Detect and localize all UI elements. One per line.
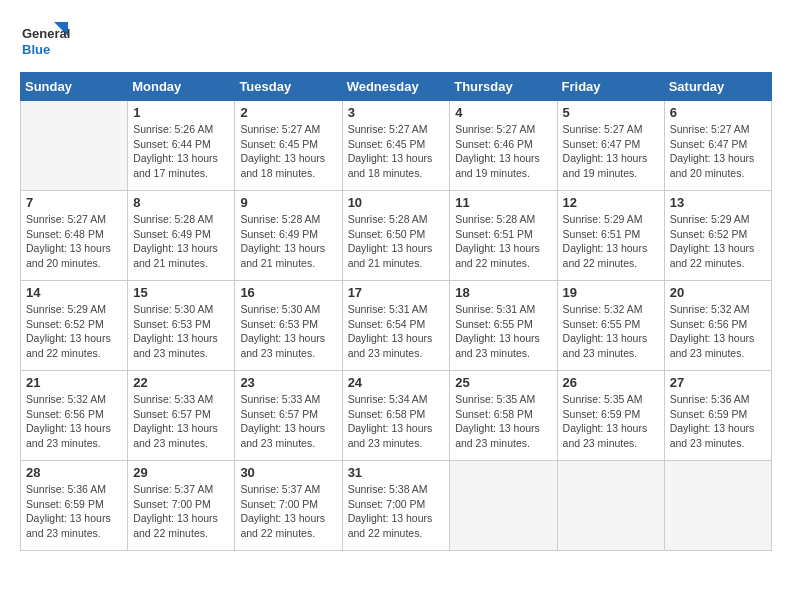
day-number: 28 xyxy=(26,465,122,480)
day-number: 6 xyxy=(670,105,766,120)
day-info: Sunrise: 5:27 AMSunset: 6:46 PMDaylight:… xyxy=(455,122,551,181)
day-number: 7 xyxy=(26,195,122,210)
day-number: 25 xyxy=(455,375,551,390)
day-number: 2 xyxy=(240,105,336,120)
calendar-cell: 30Sunrise: 5:37 AMSunset: 7:00 PMDayligh… xyxy=(235,461,342,551)
day-info: Sunrise: 5:37 AMSunset: 7:00 PMDaylight:… xyxy=(133,482,229,541)
day-info: Sunrise: 5:32 AMSunset: 6:56 PMDaylight:… xyxy=(670,302,766,361)
calendar-table: SundayMondayTuesdayWednesdayThursdayFrid… xyxy=(20,72,772,551)
day-number: 14 xyxy=(26,285,122,300)
day-number: 22 xyxy=(133,375,229,390)
day-number: 3 xyxy=(348,105,445,120)
calendar-cell: 14Sunrise: 5:29 AMSunset: 6:52 PMDayligh… xyxy=(21,281,128,371)
calendar-cell: 19Sunrise: 5:32 AMSunset: 6:55 PMDayligh… xyxy=(557,281,664,371)
day-number: 12 xyxy=(563,195,659,210)
day-info: Sunrise: 5:30 AMSunset: 6:53 PMDaylight:… xyxy=(133,302,229,361)
day-info: Sunrise: 5:32 AMSunset: 6:56 PMDaylight:… xyxy=(26,392,122,451)
day-info: Sunrise: 5:27 AMSunset: 6:45 PMDaylight:… xyxy=(348,122,445,181)
calendar-cell: 27Sunrise: 5:36 AMSunset: 6:59 PMDayligh… xyxy=(664,371,771,461)
week-row-1: 7Sunrise: 5:27 AMSunset: 6:48 PMDaylight… xyxy=(21,191,772,281)
calendar-cell: 12Sunrise: 5:29 AMSunset: 6:51 PMDayligh… xyxy=(557,191,664,281)
day-header-tuesday: Tuesday xyxy=(235,73,342,101)
day-number: 19 xyxy=(563,285,659,300)
calendar-cell xyxy=(557,461,664,551)
day-info: Sunrise: 5:38 AMSunset: 7:00 PMDaylight:… xyxy=(348,482,445,541)
calendar-cell xyxy=(450,461,557,551)
day-number: 27 xyxy=(670,375,766,390)
calendar-cell: 23Sunrise: 5:33 AMSunset: 6:57 PMDayligh… xyxy=(235,371,342,461)
calendar-cell: 25Sunrise: 5:35 AMSunset: 6:58 PMDayligh… xyxy=(450,371,557,461)
calendar-cell: 9Sunrise: 5:28 AMSunset: 6:49 PMDaylight… xyxy=(235,191,342,281)
day-info: Sunrise: 5:35 AMSunset: 6:58 PMDaylight:… xyxy=(455,392,551,451)
day-info: Sunrise: 5:31 AMSunset: 6:54 PMDaylight:… xyxy=(348,302,445,361)
day-number: 18 xyxy=(455,285,551,300)
day-number: 13 xyxy=(670,195,766,210)
day-info: Sunrise: 5:28 AMSunset: 6:49 PMDaylight:… xyxy=(240,212,336,271)
calendar-cell: 4Sunrise: 5:27 AMSunset: 6:46 PMDaylight… xyxy=(450,101,557,191)
calendar-cell: 7Sunrise: 5:27 AMSunset: 6:48 PMDaylight… xyxy=(21,191,128,281)
day-info: Sunrise: 5:27 AMSunset: 6:48 PMDaylight:… xyxy=(26,212,122,271)
day-info: Sunrise: 5:33 AMSunset: 6:57 PMDaylight:… xyxy=(240,392,336,451)
week-row-3: 21Sunrise: 5:32 AMSunset: 6:56 PMDayligh… xyxy=(21,371,772,461)
day-number: 29 xyxy=(133,465,229,480)
calendar-cell: 15Sunrise: 5:30 AMSunset: 6:53 PMDayligh… xyxy=(128,281,235,371)
day-number: 26 xyxy=(563,375,659,390)
day-header-saturday: Saturday xyxy=(664,73,771,101)
day-info: Sunrise: 5:29 AMSunset: 6:52 PMDaylight:… xyxy=(26,302,122,361)
day-header-sunday: Sunday xyxy=(21,73,128,101)
calendar-cell: 28Sunrise: 5:36 AMSunset: 6:59 PMDayligh… xyxy=(21,461,128,551)
day-number: 24 xyxy=(348,375,445,390)
calendar-cell: 8Sunrise: 5:28 AMSunset: 6:49 PMDaylight… xyxy=(128,191,235,281)
day-info: Sunrise: 5:26 AMSunset: 6:44 PMDaylight:… xyxy=(133,122,229,181)
logo-svg: GeneralBlue xyxy=(20,20,70,62)
header: GeneralBlue xyxy=(20,20,772,62)
calendar-cell: 2Sunrise: 5:27 AMSunset: 6:45 PMDaylight… xyxy=(235,101,342,191)
calendar-cell: 24Sunrise: 5:34 AMSunset: 6:58 PMDayligh… xyxy=(342,371,450,461)
day-number: 10 xyxy=(348,195,445,210)
week-row-2: 14Sunrise: 5:29 AMSunset: 6:52 PMDayligh… xyxy=(21,281,772,371)
day-number: 31 xyxy=(348,465,445,480)
logo: GeneralBlue xyxy=(20,20,70,62)
day-info: Sunrise: 5:30 AMSunset: 6:53 PMDaylight:… xyxy=(240,302,336,361)
calendar-cell xyxy=(21,101,128,191)
calendar-cell: 26Sunrise: 5:35 AMSunset: 6:59 PMDayligh… xyxy=(557,371,664,461)
day-info: Sunrise: 5:36 AMSunset: 6:59 PMDaylight:… xyxy=(670,392,766,451)
day-info: Sunrise: 5:29 AMSunset: 6:51 PMDaylight:… xyxy=(563,212,659,271)
day-number: 4 xyxy=(455,105,551,120)
calendar-header-row: SundayMondayTuesdayWednesdayThursdayFrid… xyxy=(21,73,772,101)
day-number: 15 xyxy=(133,285,229,300)
day-header-monday: Monday xyxy=(128,73,235,101)
day-info: Sunrise: 5:28 AMSunset: 6:51 PMDaylight:… xyxy=(455,212,551,271)
calendar-cell: 22Sunrise: 5:33 AMSunset: 6:57 PMDayligh… xyxy=(128,371,235,461)
day-info: Sunrise: 5:37 AMSunset: 7:00 PMDaylight:… xyxy=(240,482,336,541)
day-number: 17 xyxy=(348,285,445,300)
calendar-cell: 5Sunrise: 5:27 AMSunset: 6:47 PMDaylight… xyxy=(557,101,664,191)
calendar-cell: 17Sunrise: 5:31 AMSunset: 6:54 PMDayligh… xyxy=(342,281,450,371)
week-row-0: 1Sunrise: 5:26 AMSunset: 6:44 PMDaylight… xyxy=(21,101,772,191)
day-number: 8 xyxy=(133,195,229,210)
day-number: 23 xyxy=(240,375,336,390)
calendar-cell: 16Sunrise: 5:30 AMSunset: 6:53 PMDayligh… xyxy=(235,281,342,371)
calendar-cell: 31Sunrise: 5:38 AMSunset: 7:00 PMDayligh… xyxy=(342,461,450,551)
day-info: Sunrise: 5:33 AMSunset: 6:57 PMDaylight:… xyxy=(133,392,229,451)
day-info: Sunrise: 5:32 AMSunset: 6:55 PMDaylight:… xyxy=(563,302,659,361)
svg-text:Blue: Blue xyxy=(22,42,50,57)
calendar-cell: 13Sunrise: 5:29 AMSunset: 6:52 PMDayligh… xyxy=(664,191,771,281)
day-info: Sunrise: 5:36 AMSunset: 6:59 PMDaylight:… xyxy=(26,482,122,541)
day-info: Sunrise: 5:35 AMSunset: 6:59 PMDaylight:… xyxy=(563,392,659,451)
calendar-cell: 3Sunrise: 5:27 AMSunset: 6:45 PMDaylight… xyxy=(342,101,450,191)
day-number: 21 xyxy=(26,375,122,390)
calendar-cell: 10Sunrise: 5:28 AMSunset: 6:50 PMDayligh… xyxy=(342,191,450,281)
day-number: 30 xyxy=(240,465,336,480)
day-info: Sunrise: 5:27 AMSunset: 6:47 PMDaylight:… xyxy=(563,122,659,181)
calendar-cell xyxy=(664,461,771,551)
calendar-cell: 20Sunrise: 5:32 AMSunset: 6:56 PMDayligh… xyxy=(664,281,771,371)
day-header-thursday: Thursday xyxy=(450,73,557,101)
day-number: 9 xyxy=(240,195,336,210)
day-info: Sunrise: 5:28 AMSunset: 6:49 PMDaylight:… xyxy=(133,212,229,271)
day-info: Sunrise: 5:34 AMSunset: 6:58 PMDaylight:… xyxy=(348,392,445,451)
day-number: 1 xyxy=(133,105,229,120)
day-number: 11 xyxy=(455,195,551,210)
day-info: Sunrise: 5:31 AMSunset: 6:55 PMDaylight:… xyxy=(455,302,551,361)
calendar-cell: 6Sunrise: 5:27 AMSunset: 6:47 PMDaylight… xyxy=(664,101,771,191)
